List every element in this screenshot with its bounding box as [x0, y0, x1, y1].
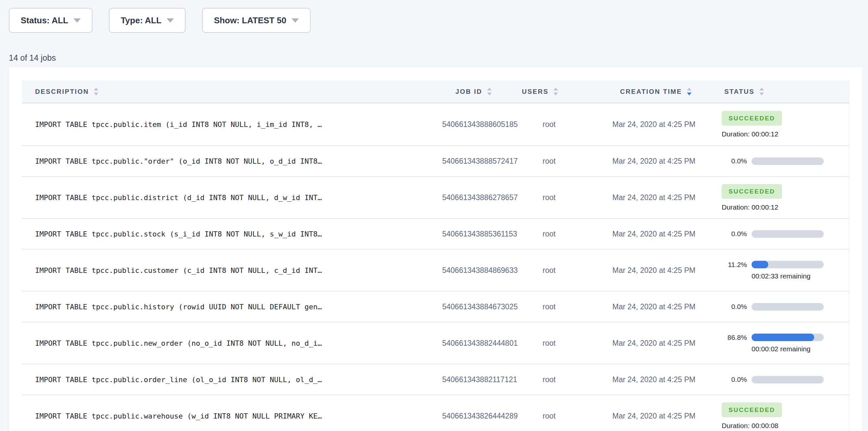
sort-arrows-icon[interactable] [553, 88, 558, 95]
status-time-remaining: 00:02:33 remaining [751, 272, 849, 280]
progress-bar-fill [751, 261, 768, 268]
job-id: 540661343884869633 [442, 266, 513, 275]
job-row: IMPORT TABLE tpcc.public.warehouse (w_id… [22, 395, 849, 431]
job-user: root [513, 339, 580, 348]
job-description: IMPORT TABLE tpcc.public.district (d_id … [22, 193, 442, 202]
job-description: IMPORT TABLE tpcc.public.customer (c_id … [22, 266, 442, 275]
job-status: SUCCEEDEDDuration: 00:00:12 [718, 184, 849, 211]
status-percent: 0.0% [722, 157, 747, 165]
status-badge: SUCCEEDED [722, 111, 782, 126]
job-creation-time: Mar 24, 2020 at 4:25 PM [580, 412, 718, 421]
job-status: SUCCEEDEDDuration: 00:00:08 [718, 402, 849, 430]
column-header-creation-time[interactable]: CREATION TIME [580, 88, 718, 95]
job-row: IMPORT TABLE tpcc.public.history (rowid … [22, 291, 849, 322]
sort-arrows-icon[interactable] [487, 88, 492, 95]
job-id: 540661343888572417 [442, 157, 513, 166]
status-duration: Duration: 00:00:12 [722, 130, 778, 138]
job-user: root [513, 375, 580, 384]
progress-bar [751, 334, 824, 341]
job-user: root [513, 412, 580, 421]
progress-bar [751, 376, 824, 383]
job-id: 540661343882444801 [442, 339, 513, 348]
type-filter-label: Type: ALL [121, 16, 161, 26]
job-creation-time: Mar 24, 2020 at 4:25 PM [580, 157, 718, 166]
column-header-status[interactable]: STATUS [718, 88, 849, 95]
job-creation-time: Mar 24, 2020 at 4:25 PM [580, 193, 718, 202]
status-percent: 0.0% [722, 230, 747, 238]
status-badge: SUCCEEDED [722, 402, 782, 417]
progress-bar [751, 230, 824, 238]
status-percent: 11.2% [722, 261, 747, 269]
job-row: IMPORT TABLE tpcc.public."order" (o_id I… [22, 145, 849, 176]
job-row: IMPORT TABLE tpcc.public.item (i_id INT8… [22, 103, 849, 145]
jobs-card: DESCRIPTION JOB ID USERS CREATION TIME S… [9, 67, 863, 431]
job-user: root [513, 157, 580, 166]
job-status: 86.8%00:00:02 remaining [718, 334, 849, 353]
job-description: IMPORT TABLE tpcc.public.new_order (no_o… [22, 339, 442, 347]
column-header-users[interactable]: USERS [513, 88, 580, 95]
sort-arrows-icon[interactable] [760, 88, 764, 95]
show-filter-label: Show: LATEST 50 [214, 16, 286, 26]
filter-bar: Status: ALL Type: ALL Show: LATEST 50 [0, 0, 868, 33]
status-filter-label: Status: ALL [21, 16, 68, 26]
job-creation-time: Mar 24, 2020 at 4:25 PM [580, 339, 718, 348]
job-id: 540661343826444289 [442, 412, 513, 421]
chevron-down-icon [291, 19, 299, 23]
chevron-down-icon [73, 19, 81, 23]
job-status: 0.0% [718, 230, 849, 238]
jobs-count-summary: 14 of 14 jobs [9, 53, 868, 63]
show-filter-dropdown[interactable]: Show: LATEST 50 [202, 8, 311, 33]
job-description: IMPORT TABLE tpcc.public.item (i_id INT8… [22, 120, 442, 129]
chevron-down-icon [167, 19, 174, 23]
status-percent: 86.8% [722, 334, 747, 341]
status-duration: Duration: 00:00:12 [722, 203, 778, 211]
job-row: IMPORT TABLE tpcc.public.order_line (ol_… [22, 364, 849, 395]
job-id: 540661343886278657 [442, 193, 513, 202]
job-description: IMPORT TABLE tpcc.public.history (rowid … [22, 303, 442, 311]
column-header-description[interactable]: DESCRIPTION [22, 88, 442, 95]
progress-bar [751, 157, 824, 165]
progress-bar [751, 303, 824, 311]
job-user: root [513, 302, 580, 311]
job-creation-time: Mar 24, 2020 at 4:25 PM [580, 120, 718, 129]
jobs-table: DESCRIPTION JOB ID USERS CREATION TIME S… [22, 80, 849, 431]
status-badge: SUCCEEDED [722, 184, 782, 199]
job-user: root [513, 266, 580, 275]
job-description: IMPORT TABLE tpcc.public.warehouse (w_id… [22, 412, 442, 420]
progress-bar [751, 261, 824, 268]
job-status: SUCCEEDEDDuration: 00:00:12 [718, 111, 849, 138]
table-body: IMPORT TABLE tpcc.public.item (i_id INT8… [22, 103, 849, 431]
job-description: IMPORT TABLE tpcc.public.stock (s_i_id I… [22, 230, 442, 238]
status-percent: 0.0% [722, 303, 747, 311]
job-description: IMPORT TABLE tpcc.public."order" (o_id I… [22, 157, 442, 165]
job-id: 540661343885361153 [442, 229, 513, 239]
job-status: 0.0% [718, 303, 849, 311]
job-creation-time: Mar 24, 2020 at 4:25 PM [580, 229, 718, 239]
job-id: 540661343882117121 [442, 375, 513, 384]
job-row: IMPORT TABLE tpcc.public.district (d_id … [22, 176, 849, 218]
job-user: root [513, 193, 580, 202]
status-duration: Duration: 00:00:08 [722, 422, 778, 430]
column-header-job-id[interactable]: JOB ID [442, 88, 513, 95]
status-time-remaining: 00:00:02 remaining [751, 345, 849, 353]
job-user: root [513, 120, 580, 129]
job-row: IMPORT TABLE tpcc.public.stock (s_i_id I… [22, 218, 849, 249]
table-header-row: DESCRIPTION JOB ID USERS CREATION TIME S… [22, 80, 849, 103]
job-status: 11.2%00:02:33 remaining [718, 261, 849, 280]
job-user: root [513, 229, 580, 239]
job-id: 540661343888605185 [442, 120, 513, 129]
job-status: 0.0% [718, 376, 849, 383]
job-creation-time: Mar 24, 2020 at 4:25 PM [580, 266, 718, 275]
type-filter-dropdown[interactable]: Type: ALL [109, 8, 186, 33]
job-creation-time: Mar 24, 2020 at 4:25 PM [580, 302, 718, 311]
job-status: 0.0% [718, 157, 849, 165]
job-description: IMPORT TABLE tpcc.public.order_line (ol_… [22, 376, 442, 384]
sort-arrows-icon[interactable] [94, 88, 98, 95]
sort-arrows-icon-active-desc[interactable] [687, 88, 691, 95]
job-row: IMPORT TABLE tpcc.public.new_order (no_o… [22, 322, 849, 364]
progress-bar-fill [751, 334, 814, 341]
job-creation-time: Mar 24, 2020 at 4:25 PM [580, 375, 718, 384]
job-row: IMPORT TABLE tpcc.public.customer (c_id … [22, 249, 849, 291]
status-percent: 0.0% [722, 376, 747, 383]
status-filter-dropdown[interactable]: Status: ALL [9, 8, 93, 33]
